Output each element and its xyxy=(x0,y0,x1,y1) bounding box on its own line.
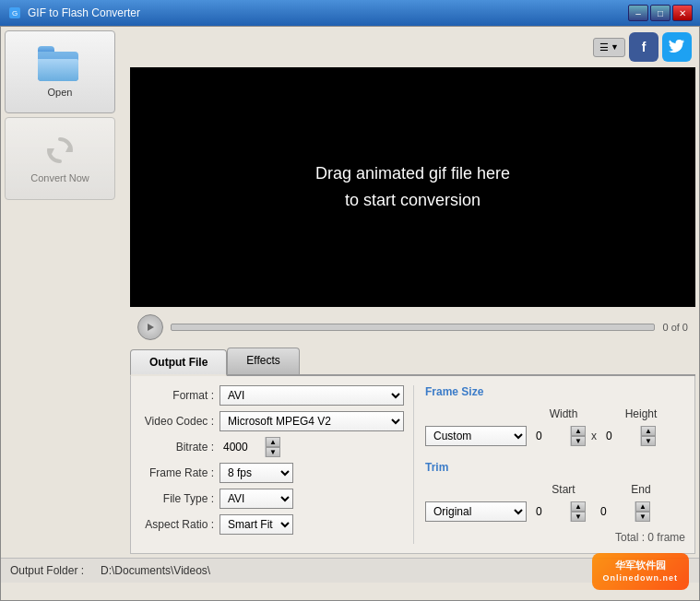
playback-bar: 0 of 0 xyxy=(130,311,695,344)
twitter-button[interactable] xyxy=(662,32,692,62)
end-input[interactable] xyxy=(597,501,635,522)
frame-size-row: Custom 320x240 640x480 1280x720 ▲ xyxy=(425,426,685,446)
left-panel: Open Convert Now xyxy=(5,30,126,200)
play-button[interactable] xyxy=(137,314,163,340)
end-up-button[interactable]: ▲ xyxy=(635,501,650,512)
video-codec-label: Video Codec : xyxy=(140,415,214,428)
file-type-select[interactable]: AVI SWF MP4 xyxy=(219,489,293,509)
aspect-ratio-row: Aspect Ratio : Smart Fit 4:3 16:9 Origin… xyxy=(140,514,404,535)
top-bar: ☰ ▼ f xyxy=(130,30,695,64)
main-window: Open Convert Now xyxy=(0,26,700,601)
trim-section: Trim Start End Orig xyxy=(425,461,685,544)
video-placeholder-text: Drag animated gif file here to start con… xyxy=(315,160,510,214)
width-down-button[interactable]: ▼ xyxy=(571,436,586,446)
width-spinbox: ▲ ▼ xyxy=(532,426,586,446)
width-up-button[interactable]: ▲ xyxy=(571,426,586,436)
trim-preset-select[interactable]: Original Custom xyxy=(425,501,527,522)
left-settings: Format : AVI SWF MP4 FLV Video Co xyxy=(140,385,404,544)
frame-size-title: Frame Size xyxy=(425,385,685,398)
tab-effects[interactable]: Effects xyxy=(227,348,299,374)
start-spinbox: ▲ ▼ xyxy=(532,501,586,522)
frame-counter: 0 of 0 xyxy=(662,322,688,333)
open-button[interactable]: Open xyxy=(5,30,115,113)
format-select[interactable]: AVI SWF MP4 FLV xyxy=(219,385,404,406)
watermark: 华军软件园 Onlinedown.net xyxy=(592,553,690,590)
frame-rate-row: Frame Rate : 8 fps 15 fps 24 fps 30 fps xyxy=(140,463,404,483)
list-view-button[interactable]: ☰ ▼ xyxy=(593,38,625,57)
format-row: Format : AVI SWF MP4 FLV xyxy=(140,385,404,406)
start-input[interactable] xyxy=(532,501,571,522)
format-label: Format : xyxy=(140,389,214,402)
content-right: ☰ ▼ f xyxy=(130,30,695,554)
start-label: Start xyxy=(536,483,591,496)
start-up-button[interactable]: ▲ xyxy=(571,501,586,512)
trim-row: Original Custom ▲ ▼ xyxy=(425,501,685,522)
total-frame-label: Total : 0 frame xyxy=(425,531,685,544)
app-icon: G xyxy=(7,6,22,20)
minimize-button[interactable]: – xyxy=(628,5,648,21)
bitrate-spinbox-buttons: ▲ ▼ xyxy=(266,437,280,457)
twitter-icon xyxy=(669,40,685,55)
folder-icon xyxy=(38,46,82,81)
aspect-ratio-label: Aspect Ratio : xyxy=(140,518,214,531)
dropdown-icon: ▼ xyxy=(611,42,619,52)
convert-button[interactable]: Convert Now xyxy=(5,117,115,200)
file-type-row: File Type : AVI SWF MP4 xyxy=(140,489,404,509)
window-controls: – □ ✕ xyxy=(628,5,693,21)
aspect-ratio-select[interactable]: Smart Fit 4:3 16:9 Original xyxy=(219,514,293,535)
x-separator: x xyxy=(591,430,597,442)
bitrate-label: Bitrate : xyxy=(140,441,214,454)
start-down-button[interactable]: ▼ xyxy=(571,512,586,522)
height-spinbox: ▲ ▼ xyxy=(602,426,656,446)
video-codec-select[interactable]: Microsoft MPEG4 V2 DivX H.264 xyxy=(219,411,404,431)
bitrate-up-button[interactable]: ▲ xyxy=(266,437,280,447)
facebook-button[interactable]: f xyxy=(629,32,658,62)
maximize-button[interactable]: □ xyxy=(650,5,670,21)
svg-marker-4 xyxy=(148,324,154,331)
convert-label: Convert Now xyxy=(30,172,89,183)
width-input[interactable] xyxy=(532,426,571,446)
bitrate-input[interactable]: 4000 xyxy=(219,437,266,457)
height-down-button[interactable]: ▼ xyxy=(641,436,656,446)
close-button[interactable]: ✕ xyxy=(672,5,693,21)
bitrate-spinbox: 4000 ▲ ▼ xyxy=(219,437,280,457)
width-label: Width xyxy=(536,407,591,420)
end-down-button[interactable]: ▼ xyxy=(635,512,650,522)
height-label: Height xyxy=(613,407,669,420)
frame-size-preset-select[interactable]: Custom 320x240 640x480 1280x720 xyxy=(425,426,527,446)
list-icon: ☰ xyxy=(599,41,609,53)
svg-text:G: G xyxy=(12,9,18,18)
convert-icon xyxy=(43,134,77,167)
tab-area: Output File Effects Format : AVI SWF xyxy=(130,348,695,554)
bitrate-row: Bitrate : 4000 ▲ ▼ xyxy=(140,437,404,457)
output-folder-label: Output Folder : xyxy=(10,564,93,577)
end-spinbox: ▲ ▼ xyxy=(597,501,650,522)
height-up-button[interactable]: ▲ xyxy=(641,426,656,436)
file-type-label: File Type : xyxy=(140,492,214,505)
right-settings: Frame Size Width Height xyxy=(413,385,685,544)
end-label: End xyxy=(613,483,669,496)
frame-rate-label: Frame Rate : xyxy=(140,466,214,479)
tab-headers: Output File Effects xyxy=(130,348,695,376)
toolbar-area: Open Convert Now xyxy=(1,27,699,558)
social-buttons: ☰ ▼ f xyxy=(593,32,692,62)
frame-size-section: Frame Size Width Height xyxy=(425,385,685,446)
trim-title: Trim xyxy=(425,461,685,474)
height-input[interactable] xyxy=(602,426,641,446)
title-bar: G GIF to Flash Converter – □ ✕ xyxy=(0,0,700,26)
frame-rate-select[interactable]: 8 fps 15 fps 24 fps 30 fps xyxy=(219,463,293,483)
window-title: GIF to Flash Converter xyxy=(28,6,628,19)
video-codec-row: Video Codec : Microsoft MPEG4 V2 DivX H.… xyxy=(140,411,404,431)
video-preview: Drag animated gif file here to start con… xyxy=(130,67,695,307)
open-label: Open xyxy=(48,87,73,98)
progress-bar[interactable] xyxy=(171,324,655,331)
facebook-icon: f xyxy=(642,40,647,54)
tab-output-file[interactable]: Output File xyxy=(130,349,227,376)
tab-content: Format : AVI SWF MP4 FLV Video Co xyxy=(130,376,695,554)
bitrate-down-button[interactable]: ▼ xyxy=(266,447,280,457)
